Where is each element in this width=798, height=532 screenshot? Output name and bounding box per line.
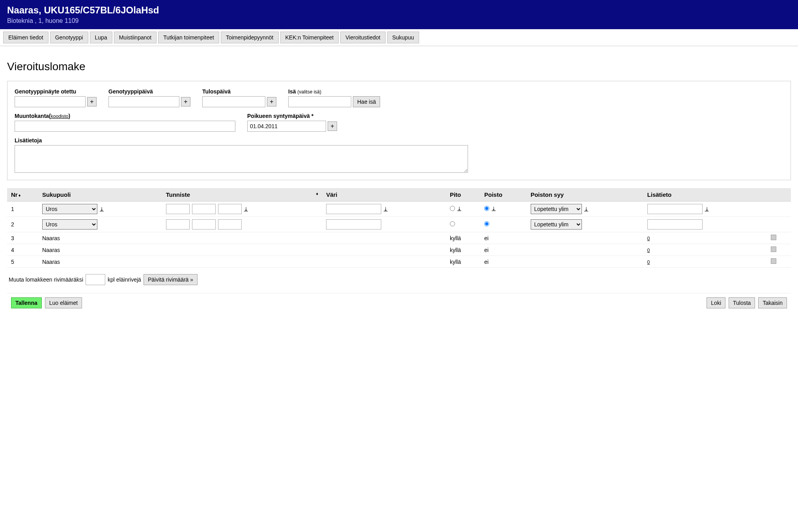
btn-geno-day-picker[interactable]: +	[181, 97, 190, 106]
btn-geno-sample-picker[interactable]: +	[87, 97, 97, 106]
cell-nr: 5	[7, 256, 38, 268]
input-geno-sample[interactable]	[15, 96, 86, 107]
cell-info[interactable]: 0	[647, 236, 650, 241]
btn-log[interactable]: Loki	[707, 297, 725, 308]
th-reason[interactable]: Poiston syy	[527, 188, 643, 202]
input-info[interactable]	[647, 219, 703, 230]
cell-info[interactable]: 0	[647, 259, 650, 265]
input-rowcount[interactable]	[86, 274, 105, 285]
input-color[interactable]	[326, 219, 381, 230]
tab-researcher-ops[interactable]: Tutkijan toimenpiteet	[158, 32, 219, 43]
edit-icon[interactable]	[771, 235, 776, 240]
rowcount-pre: Muuta lomakkeen rivimääräksi	[9, 276, 83, 283]
th-keep[interactable]: Pito	[446, 188, 480, 202]
rowcount-post: kpl eläinrivejä	[108, 276, 141, 283]
tab-notes[interactable]: Muistiinpanot	[114, 32, 157, 43]
cell-remove: ei	[480, 256, 526, 268]
label-geno-sample: Genotyyppinäyte otettu	[15, 88, 97, 95]
tab-kek-ops[interactable]: KEK:n Toimenpiteet	[280, 32, 339, 43]
tab-weaning[interactable]: Vieroitustiedot	[340, 32, 385, 43]
tab-op-requests[interactable]: Toimenpidepyynnöt	[221, 32, 279, 43]
cell-sex: Naaras	[38, 244, 162, 256]
input-father[interactable]	[288, 96, 351, 107]
input-id-1[interactable]	[166, 204, 190, 214]
btn-save[interactable]: Tallenna	[11, 297, 42, 308]
tab-pedigree[interactable]: Sukupuu	[387, 32, 419, 43]
apply-icon[interactable]: ⤓	[492, 206, 496, 211]
label-geno-day: Genotyyppipäivä	[108, 88, 190, 95]
btn-back[interactable]: Takaisin	[758, 297, 787, 308]
input-info[interactable]	[647, 204, 703, 214]
table-row: 2 Uros Lopetettu ylim	[7, 217, 791, 232]
label-father: Isä (valitse isä)	[288, 88, 380, 95]
btn-result-day-picker[interactable]: +	[267, 97, 276, 106]
th-info[interactable]: Lisätieto	[643, 188, 767, 202]
weaning-form: Genotyyppinäyte otettu + Genotyyppipäivä…	[7, 81, 791, 180]
form-footer: Tallenna Luo eläimet Loki Tulosta Takais…	[7, 293, 791, 312]
btn-fetch-father[interactable]: Hae isä	[353, 96, 380, 107]
apply-icon[interactable]: ⤓	[705, 206, 709, 212]
page-title: Naaras, UKU165/C57BL/6JOlaHsd	[7, 5, 791, 16]
link-strain-codelist[interactable]: koodisto	[51, 114, 69, 119]
input-id-2[interactable]	[192, 219, 216, 230]
apply-icon[interactable]: ⤓	[100, 206, 104, 212]
select-reason[interactable]: Lopetettu ylim	[531, 204, 582, 214]
apply-icon[interactable]: ⤓	[244, 206, 248, 212]
select-sex[interactable]: Uros	[42, 204, 97, 214]
radio-keep[interactable]	[450, 221, 455, 226]
btn-birthday-picker[interactable]: +	[328, 121, 337, 131]
edit-icon[interactable]	[771, 258, 776, 264]
table-row: 1 Uros⤓ ⤓ ⤓ ⤓ ⤓ Lopetettu ylim⤓ ⤓	[7, 202, 791, 217]
cell-keep: kyllä	[446, 232, 480, 244]
input-strain[interactable]	[15, 121, 235, 132]
th-sex[interactable]: Sukupuoli	[38, 188, 162, 202]
edit-icon[interactable]	[771, 246, 776, 252]
cell-nr: 1	[7, 202, 38, 217]
cell-remove: ei	[480, 244, 526, 256]
tab-permit[interactable]: Lupa	[90, 32, 112, 43]
btn-create-animals[interactable]: Luo eläimet	[45, 297, 82, 308]
radio-keep[interactable]	[450, 206, 455, 211]
btn-print extrair[interactable]: Tulosta	[729, 297, 755, 308]
select-reason[interactable]: Lopetettu ylim	[531, 219, 582, 230]
apply-icon[interactable]: ⤓	[584, 206, 588, 212]
tab-genotype[interactable]: Genotyyppi	[50, 32, 88, 43]
textarea-extra[interactable]	[15, 145, 468, 173]
th-nr[interactable]: Nr♦	[7, 188, 38, 202]
input-geno-day[interactable]	[108, 96, 179, 107]
input-color[interactable]	[326, 204, 381, 214]
input-id-3[interactable]	[218, 219, 242, 230]
animals-table: Nr♦ Sukupuoli Tunniste ♦ Väri Pito Poist…	[7, 188, 791, 268]
cell-info[interactable]: 0	[647, 248, 650, 253]
cell-sex: Naaras	[38, 232, 162, 244]
label-extra: Lisätietoja	[15, 137, 783, 144]
page-subtitle: Bioteknia , 1, huone 1109	[7, 17, 791, 24]
apply-icon[interactable]: ⤓	[457, 206, 461, 211]
label-strain: Muuntokanta(koodisto)	[15, 113, 235, 119]
cell-nr: 4	[7, 244, 38, 256]
select-sex[interactable]: Uros	[42, 219, 97, 230]
cell-sex: Naaras	[38, 256, 162, 268]
btn-update-rows[interactable]: Päivitä rivimäärä »	[144, 274, 198, 285]
label-birthday: Poikueen syntymäpäivä *	[247, 113, 337, 119]
input-birthday[interactable]	[247, 121, 326, 132]
radio-remove[interactable]	[484, 206, 489, 211]
label-result-day: Tulospäivä	[202, 88, 276, 95]
th-color[interactable]: Väri	[322, 188, 446, 202]
input-result-day[interactable]	[202, 96, 265, 107]
input-id-1[interactable]	[166, 219, 190, 230]
apply-icon[interactable]: ⤓	[384, 206, 388, 212]
sort-icon: ♦	[19, 193, 21, 198]
page-header: Naaras, UKU165/C57BL/6JOlaHsd Bioteknia …	[0, 0, 798, 29]
th-id[interactable]: Tunniste ♦	[162, 188, 322, 202]
input-id-3[interactable]	[218, 204, 242, 214]
input-id-2[interactable]	[192, 204, 216, 214]
table-row: 3 Naaras kyllä ei 0	[7, 232, 791, 244]
radio-remove[interactable]	[484, 221, 489, 226]
cell-keep: kyllä	[446, 244, 480, 256]
th-remove[interactable]: Poisto	[480, 188, 526, 202]
form-heading: Vieroituslomake	[7, 60, 791, 73]
table-row: 5 Naaras kyllä ei 0	[7, 256, 791, 268]
cell-nr: 2	[7, 217, 38, 232]
tab-animal-info[interactable]: Eläimen tiedot	[3, 32, 48, 43]
